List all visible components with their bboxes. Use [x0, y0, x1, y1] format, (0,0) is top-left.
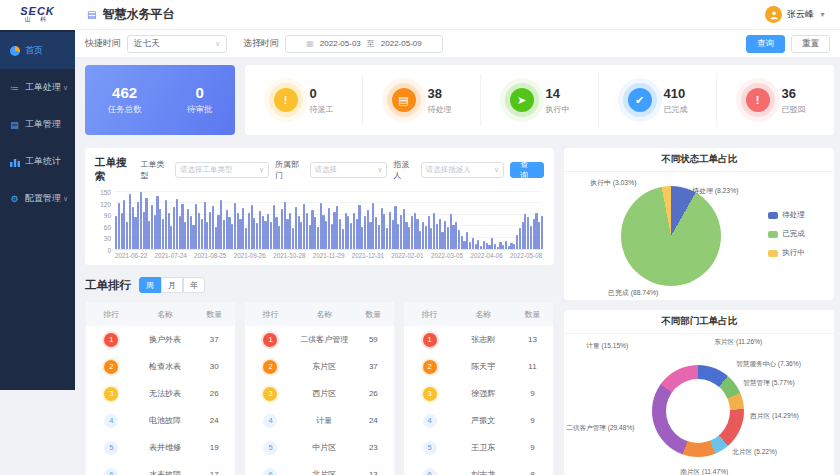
chevron-down-icon: ∨: [63, 84, 68, 92]
bar: [422, 222, 424, 249]
bar: [353, 213, 355, 249]
avatar[interactable]: [765, 6, 782, 23]
bar: [494, 244, 496, 249]
paper-plane-icon: ➤: [510, 88, 534, 112]
task-total-value: 462: [108, 84, 142, 101]
user-name[interactable]: 张云峰: [787, 8, 814, 21]
status-label: 待派工: [310, 104, 334, 115]
legend-item: 待处理: [768, 210, 805, 220]
rank-badge: 1: [423, 333, 437, 347]
status-item-executing: ➤ 14 执行中: [481, 74, 599, 126]
warning-icon: !: [274, 88, 298, 112]
x-tick-label: 2021-11-29: [313, 252, 345, 259]
top-header: SECK 山 科 ▤ 智慧水务平台 张云峰 ▼: [0, 0, 840, 30]
status-pie-chart: [621, 186, 721, 286]
sidebar-item-home[interactable]: 首页: [0, 32, 75, 69]
y-tick-label: 120: [100, 200, 111, 207]
bar: [281, 209, 283, 249]
gear-icon: ⚙: [9, 193, 20, 204]
filter-label: 所属部门: [275, 159, 304, 181]
bar: [259, 211, 261, 249]
rank-badge: 3: [423, 387, 437, 401]
chevron-down-icon[interactable]: ▼: [819, 11, 826, 18]
panel-search-button[interactable]: 查询: [510, 162, 544, 178]
bar: [248, 213, 250, 249]
bar: [389, 212, 391, 249]
sidebar-item-work-order-processing[interactable]: ≔ 工单处理 ∨: [0, 69, 75, 106]
reset-button[interactable]: 重置: [791, 35, 830, 53]
rank-name: 无法抄表: [137, 388, 194, 399]
pie-label-pending: 待处理 (8.23%): [692, 186, 738, 196]
x-tick-label: 2022-05-08: [510, 252, 542, 259]
bar: [303, 204, 305, 249]
tab-year[interactable]: 年: [183, 277, 205, 293]
x-tick-label: 2021-12-31: [352, 252, 384, 259]
bar: [115, 216, 117, 249]
sidebar: 首页 ≔ 工单处理 ∨ ▤ 工单管理 工单统计 ⚙ 配置管理 ∨: [0, 30, 75, 390]
pie-legend: 待处理 已完成 执行中: [768, 210, 805, 258]
rank-name: 王卫东: [455, 442, 512, 453]
bar: [397, 224, 399, 249]
status-pie-panel: 不同状态工单占比 执行中 (3.03%) 待处理 (8.23%) 已完成 (88…: [564, 148, 834, 300]
status-card: ! 0 待派工 ▤ 38 待处理 ➤ 14 执行中 ✔ 410 已完成: [245, 65, 834, 135]
gridline: [115, 191, 542, 192]
y-tick-label: 60: [104, 223, 111, 230]
bar: [137, 202, 139, 250]
bar: [187, 209, 189, 249]
bar: [519, 228, 521, 249]
rank-name: 陈天宇: [455, 361, 512, 372]
list-icon: ≔: [9, 82, 20, 93]
x-tick-label: 2021-08-25: [194, 252, 226, 259]
collapse-menu-icon[interactable]: ▤: [87, 9, 96, 20]
logo-subtext: 山 科: [25, 16, 51, 23]
table-row: 3徐强辉9: [404, 380, 553, 407]
bar: [361, 227, 363, 249]
x-tick-label: 2022-03-05: [431, 252, 463, 259]
rank-qty: 9: [512, 443, 554, 452]
bar: [201, 219, 203, 249]
column-header: 名称: [296, 309, 353, 320]
filter-label: 指派人: [393, 159, 414, 181]
chevron-down-icon: ∨: [215, 40, 220, 48]
status-label: 待处理: [428, 104, 452, 115]
bar: [444, 221, 446, 250]
task-total-card: 462 任务总数 0 待审批: [85, 65, 235, 135]
quick-time-select[interactable]: 近七天 ∨: [127, 35, 227, 53]
bar: [469, 242, 471, 249]
rank-name: 刘志龙: [455, 469, 512, 475]
tab-week[interactable]: 周: [139, 277, 161, 293]
table-row: 1换户外表37: [86, 326, 235, 353]
bar: [378, 225, 380, 249]
sidebar-item-config-management[interactable]: ⚙ 配置管理 ∨: [0, 180, 75, 217]
select-placeholder: 请选择工单类型: [180, 165, 233, 175]
table-row: 6北片区13: [245, 461, 394, 475]
sidebar-item-work-order-management[interactable]: ▤ 工单管理: [0, 106, 75, 143]
summary-row: 462 任务总数 0 待审批 ! 0 待派工 ▤ 38 待处理: [85, 65, 834, 135]
table-row: 4严振文9: [404, 407, 553, 434]
bar: [375, 217, 377, 249]
search-button[interactable]: 查询: [746, 35, 785, 53]
date-start: 2022-05-03: [320, 39, 361, 48]
sidebar-item-work-order-statistics[interactable]: 工单统计: [0, 143, 75, 180]
bar: [306, 213, 308, 249]
bar: [433, 213, 435, 249]
pie-label-executing: 执行中 (3.03%): [590, 178, 636, 188]
department-pie-panel: 不同部门工单占比 东片区 (11.26%) 智慧服务中心 (7.36%) 智慧管…: [564, 310, 834, 475]
assignee-select[interactable]: 请选择指派人 ∨: [421, 162, 504, 178]
rank-qty: 24: [193, 416, 235, 425]
sidebar-item-label: 配置管理: [25, 192, 61, 205]
bell-icon: !: [746, 88, 770, 112]
rank-qty: 19: [193, 443, 235, 452]
bar: [317, 227, 319, 249]
bar: [527, 217, 529, 249]
work-order-type-select[interactable]: 请选择工单类型 ∨: [175, 162, 269, 178]
bar: [328, 208, 330, 249]
tab-month[interactable]: 月: [161, 277, 183, 293]
rank-qty: 37: [352, 362, 394, 371]
table-row: 2检查水表30: [86, 353, 235, 380]
department-select[interactable]: 请选择 ∨: [310, 162, 388, 178]
pending-approval-label: 待审批: [187, 104, 213, 116]
chevron-down-icon: ∨: [494, 166, 499, 174]
donut-label: 南片区 (11.47%): [680, 468, 728, 475]
date-range-picker[interactable]: ▦ 2022-05-03 至 2022-05-09: [285, 35, 443, 53]
